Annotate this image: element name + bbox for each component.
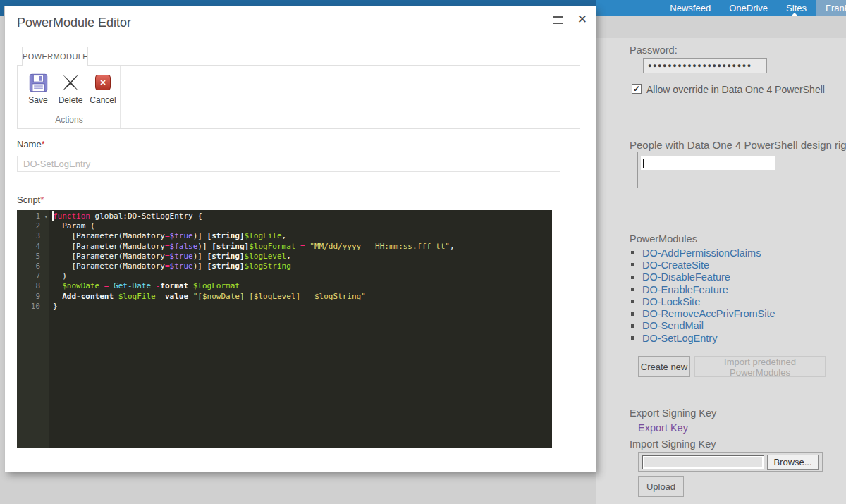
top-navigation: Newsfeed OneDrive Sites <box>670 0 807 16</box>
bullet-icon <box>631 251 634 254</box>
powermodule-item: DO-EnableFeature <box>631 283 776 295</box>
maximize-icon[interactable] <box>553 16 563 24</box>
powermodule-item: DO-SendMail <box>631 320 776 332</box>
dialog-title: PowerModule Editor <box>17 16 131 30</box>
file-path-input[interactable] <box>642 455 764 469</box>
user-menu[interactable]: Frank <box>816 0 846 16</box>
code-line: ) <box>53 271 552 281</box>
import-predefined-button[interactable]: Import predefined PowerModules <box>694 356 826 377</box>
page-header-band <box>596 16 846 38</box>
people-picker-input[interactable] <box>641 156 775 170</box>
password-input[interactable]: ●●●●●●●●●●●●●●●●●●●●● <box>643 58 767 73</box>
powermodule-item: DO-RemoveAccPrivFromSite <box>631 307 776 319</box>
powermodule-link[interactable]: DO-RemoveAccPrivFromSite <box>642 308 776 319</box>
file-upload-control: Browse... <box>638 452 823 472</box>
powermodules-list: DO-AddPermissionClaimsDO-CreateSiteDO-Di… <box>631 247 776 344</box>
powermodule-editor-dialog: PowerModule Editor ✕ POWERMODULE <box>5 6 596 472</box>
required-asterisk: * <box>40 195 44 205</box>
upload-button[interactable]: Upload <box>638 476 684 497</box>
delete-button[interactable]: Delete <box>56 71 85 105</box>
save-button-label: Save <box>28 95 47 105</box>
script-field-label: Script* <box>17 195 44 205</box>
powermodule-item: DO-DisableFeature <box>631 271 776 283</box>
bullet-icon <box>631 324 634 328</box>
close-icon[interactable]: ✕ <box>577 12 587 27</box>
editor-gutter: 1▾2345678910 <box>17 210 49 448</box>
powermodule-link[interactable]: DO-EnableFeature <box>642 284 728 295</box>
powermodule-link[interactable]: DO-SetLogEntry <box>642 333 717 344</box>
powermodule-item: DO-SetLogEntry <box>631 332 776 344</box>
name-input[interactable] <box>17 156 560 172</box>
powermodule-link[interactable]: DO-DisableFeature <box>642 271 730 283</box>
code-line: [Parameter(Mandatory=$true)] [string]$lo… <box>53 231 552 241</box>
code-line: $nowDate = Get-Date -format $logFormat <box>53 281 552 291</box>
powermodule-link[interactable]: DO-CreateSite <box>642 259 709 271</box>
editor-code[interactable]: function global:DO-SetLogEntry { Param (… <box>49 210 552 448</box>
code-line: [Parameter(Mandatory=$false)] [string]$l… <box>53 242 552 252</box>
check-icon: ✓ <box>633 84 640 94</box>
code-line: Param ( <box>53 221 552 231</box>
name-field-label: Name* <box>17 139 45 149</box>
ribbon: Save Delete ✕ Cancel Acti <box>17 65 580 129</box>
delete-icon <box>60 71 81 94</box>
powermodule-link[interactable]: DO-SendMail <box>642 320 704 331</box>
code-line: [Parameter(Mandatory=$true)] [string]$lo… <box>53 262 552 271</box>
code-line: function global:DO-SetLogEntry { <box>53 211 552 221</box>
delete-button-label: Delete <box>59 95 83 105</box>
people-picker-label: People with Data One 4 PowerShell design… <box>630 139 846 151</box>
cancel-button[interactable]: ✕ Cancel <box>88 71 118 105</box>
people-picker[interactable] <box>637 152 846 188</box>
import-signing-key-label: Import Signing Key <box>630 438 716 450</box>
powermodule-link[interactable]: DO-AddPermissionClaims <box>642 247 761 259</box>
editor-text-cursor <box>52 211 54 221</box>
powermodules-heading: PowerModules <box>630 233 697 245</box>
bullet-icon <box>631 312 634 316</box>
powermodule-item: DO-CreateSite <box>631 259 776 271</box>
bullet-icon <box>631 336 634 340</box>
powermodule-item: DO-AddPermissionClaims <box>631 247 776 259</box>
nav-onedrive[interactable]: OneDrive <box>729 3 768 13</box>
code-line: } <box>53 302 552 312</box>
code-line: [Parameter(Mandatory=$true)] [string]$lo… <box>53 252 552 262</box>
override-checkbox-label: Allow override in Data One 4 PowerShell <box>646 84 825 95</box>
ribbon-group-actions: Save Delete ✕ Cancel Acti <box>18 66 121 128</box>
nav-sites[interactable]: Sites <box>786 3 807 13</box>
powermodule-link[interactable]: DO-LockSite <box>642 296 700 307</box>
script-code-editor[interactable]: 1▾2345678910 function global:DO-SetLogEn… <box>17 210 552 448</box>
save-icon <box>28 71 49 94</box>
fold-toggle-icon[interactable]: ▾ <box>44 211 48 221</box>
password-label: Password: <box>630 44 678 56</box>
code-line: Add-content $logFile -value "[$nowDate] … <box>53 292 552 302</box>
cancel-x-glyph: ✕ <box>99 78 106 87</box>
tab-powermodule[interactable]: POWERMODULE <box>22 47 88 66</box>
export-signing-key-label: Export Signing Key <box>630 407 716 419</box>
nav-newsfeed[interactable]: Newsfeed <box>670 3 711 13</box>
create-new-button[interactable]: Create new <box>638 356 690 377</box>
bullet-icon <box>631 288 634 291</box>
export-key-link[interactable]: Export Key <box>638 422 688 434</box>
cancel-icon: ✕ <box>95 71 111 94</box>
save-button[interactable]: Save <box>23 71 53 105</box>
cancel-button-label: Cancel <box>90 95 116 105</box>
active-nav-caret-icon <box>791 13 798 16</box>
bullet-icon <box>631 263 634 266</box>
bullet-icon <box>631 276 634 279</box>
text-cursor <box>643 159 644 168</box>
ribbon-group-label: Actions <box>18 115 121 125</box>
browse-button[interactable]: Browse... <box>767 455 819 470</box>
powermodule-item: DO-LockSite <box>631 295 776 307</box>
bullet-icon <box>631 300 634 303</box>
required-asterisk: * <box>42 139 45 149</box>
override-checkbox[interactable]: ✓ <box>632 84 642 94</box>
